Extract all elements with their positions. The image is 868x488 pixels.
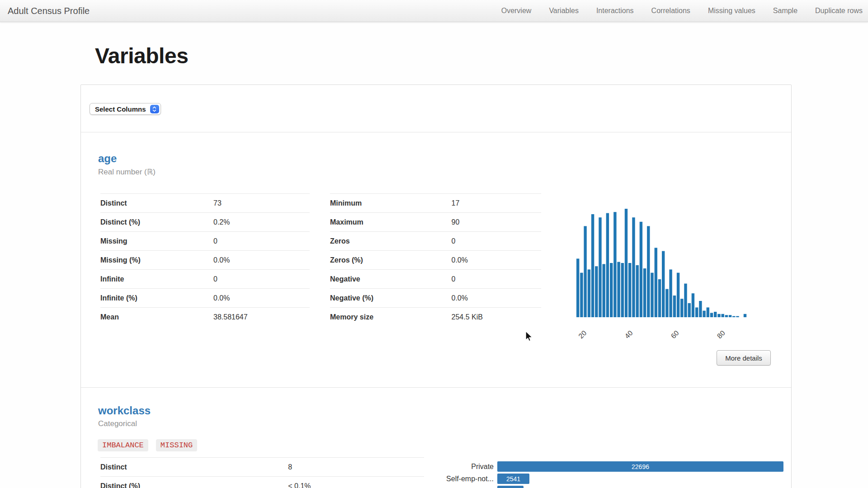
histogram-bar (732, 316, 735, 317)
alert-badge-imbalance: IMBALANCE (98, 439, 148, 451)
histogram-bar (584, 226, 586, 317)
stats-row: Minimum17 (330, 193, 541, 212)
histogram-bar (606, 213, 609, 317)
histogram-bar (595, 266, 598, 317)
stat-label: Distinct (100, 463, 127, 471)
histogram-bar (722, 314, 724, 317)
stats-row: Infinite (%)0.0% (100, 288, 310, 307)
x-tick-label: 40 (623, 329, 634, 340)
nav-item-sample[interactable]: Sample (773, 7, 797, 15)
stat-value: 0 (213, 275, 217, 283)
stat-value: 73 (213, 199, 222, 207)
histogram-bar (651, 273, 653, 317)
histogram-bar (647, 226, 650, 317)
variable-name-workclass[interactable]: workclass (98, 404, 151, 417)
stat-value: 0 (452, 237, 456, 245)
histogram-bar (591, 214, 594, 317)
alert-badge-missing: MISSING (156, 439, 197, 451)
stat-value: 254.5 KiB (452, 313, 483, 321)
navbar-menu: OverviewVariablesInteractionsCorrelation… (501, 7, 868, 15)
nav-item-duplicate-rows[interactable]: Duplicate rows (815, 7, 863, 15)
histogram-bar (613, 212, 616, 317)
stats-row: Zeros (%)0.0% (330, 250, 541, 269)
histogram-bar (703, 311, 705, 317)
nav-item-overview[interactable]: Overview (501, 7, 532, 15)
histogram-bar (643, 268, 646, 317)
histogram-bar (707, 307, 709, 317)
histogram-bar (714, 312, 717, 317)
frequency-row-local-gov: Local-gov2093 (348, 486, 791, 488)
variable-name-age[interactable]: age (98, 152, 117, 165)
histogram-bar (695, 307, 698, 317)
stat-label: Infinite (100, 275, 124, 283)
histogram-bar (680, 299, 683, 317)
histogram-bar (688, 303, 691, 317)
stat-value: < 0.1% (288, 482, 311, 488)
histogram-bar (669, 269, 672, 317)
histogram-bar (617, 262, 620, 317)
stat-value: 0.0% (213, 294, 230, 302)
x-tick-label: 20 (577, 329, 588, 340)
chevron-up-down-icon (150, 105, 159, 113)
histogram-bar (692, 293, 694, 317)
histogram-bar (576, 258, 579, 317)
histogram-bar (662, 251, 665, 317)
stats-row: Maximum90 (330, 212, 541, 231)
frequency-row-private: Private22696 (348, 461, 791, 472)
stat-label: Zeros (330, 237, 350, 245)
stat-value: 0.2% (213, 218, 230, 226)
stat-label: Infinite (%) (100, 294, 137, 302)
stat-value: 0.0% (452, 256, 468, 264)
stat-label: Negative (330, 275, 360, 283)
frequency-bar: 22696 (497, 461, 783, 472)
stat-value: 38.581647 (213, 313, 248, 321)
stats-row: Mean38.581647 (100, 307, 310, 326)
section-divider (81, 132, 791, 132)
histogram-bar (658, 279, 661, 317)
stat-label: Distinct (%) (100, 482, 140, 488)
stat-label: Zeros (%) (330, 256, 363, 264)
stats-row: Zeros0 (330, 231, 541, 250)
histogram-bar (603, 264, 605, 317)
frequency-row-self-emp-not-: Self-emp-not...2541 (348, 474, 791, 484)
histogram-bar (655, 248, 657, 317)
select-columns-label: Select Columns (95, 105, 146, 113)
category-label: Self-emp-not... (348, 475, 494, 483)
page-title: Variables (95, 43, 188, 68)
stat-label: Memory size (330, 313, 373, 321)
nav-item-variables[interactable]: Variables (549, 7, 579, 15)
histogram-bar (625, 209, 627, 317)
more-details-button[interactable]: More details (717, 350, 771, 366)
histogram-bar (599, 217, 601, 317)
histogram-bar (677, 273, 679, 317)
stats-row: Negative0 (330, 269, 541, 288)
stat-label: Negative (%) (330, 294, 373, 302)
nav-item-correlations[interactable]: Correlations (651, 7, 690, 15)
frequency-bar: 2541 (497, 474, 529, 484)
histogram-bar (588, 269, 590, 317)
select-columns-dropdown[interactable]: Select Columns (90, 103, 161, 115)
histogram-bar (699, 301, 702, 317)
stat-value: 17 (452, 199, 460, 207)
stat-label: Mean (100, 313, 119, 321)
section-divider (81, 387, 791, 388)
stat-value: 0.0% (452, 294, 468, 302)
nav-item-missing-values[interactable]: Missing values (708, 7, 755, 15)
histogram-bar (665, 289, 668, 317)
nav-item-interactions[interactable]: Interactions (596, 7, 634, 15)
stat-value: 8 (288, 463, 292, 471)
navbar-brand[interactable]: Adult Census Profile (0, 6, 90, 16)
histogram-bar (744, 314, 746, 317)
stat-label: Missing (100, 237, 127, 245)
top-navbar: Adult Census Profile OverviewVariablesIn… (0, 0, 868, 22)
age-histogram-chart: 20406080 (572, 201, 762, 346)
variable-type-age: Real number (ℝ) (98, 167, 156, 177)
histogram-bar (673, 296, 676, 317)
x-tick-label: 60 (670, 329, 680, 340)
stat-label: Maximum (330, 218, 363, 226)
mouse-cursor (523, 329, 535, 342)
stat-value: 0 (213, 237, 217, 245)
histogram-bar (717, 314, 720, 317)
stat-value: 90 (452, 218, 460, 226)
stats-row: Distinct (%)0.2% (100, 212, 310, 231)
